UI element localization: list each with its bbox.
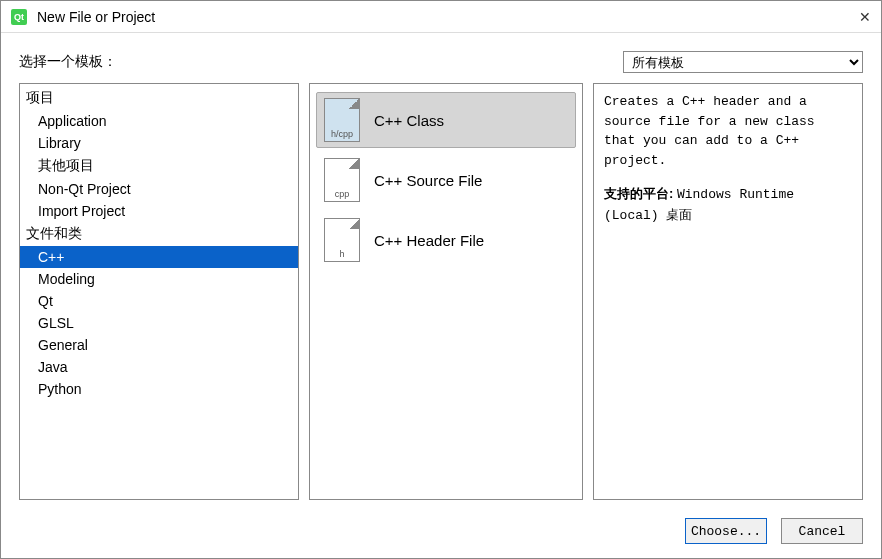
category-item[interactable]: Library [20, 132, 298, 154]
button-row: Choose... Cancel [1, 510, 881, 558]
template-item[interactable]: h/cppC++ Class [316, 92, 576, 148]
category-item[interactable]: Java [20, 356, 298, 378]
titlebar: Qt New File or Project ✕ [1, 1, 881, 33]
header-row: 选择一个模板： 所有模板 [1, 33, 881, 79]
platform-label: 支持的平台: [604, 186, 673, 201]
window-title: New File or Project [37, 9, 851, 25]
panels: 项目ApplicationLibrary其他项目Non-Qt ProjectIm… [1, 79, 881, 510]
category-item[interactable]: 其他项目 [20, 154, 298, 178]
file-icon: h/cpp [324, 98, 360, 142]
choose-button[interactable]: Choose... [685, 518, 767, 544]
category-item[interactable]: GLSL [20, 312, 298, 334]
category-item[interactable]: C++ [20, 246, 298, 268]
category-item[interactable]: Qt [20, 290, 298, 312]
category-header-files: 文件和类 [20, 222, 298, 246]
category-item[interactable]: Modeling [20, 268, 298, 290]
category-item[interactable]: General [20, 334, 298, 356]
file-icon: cpp [324, 158, 360, 202]
category-item[interactable]: Non-Qt Project [20, 178, 298, 200]
category-header-projects: 项目 [20, 86, 298, 110]
template-label: C++ Header File [374, 232, 568, 249]
qt-logo-icon: Qt [11, 9, 27, 25]
template-label: C++ Source File [374, 172, 568, 189]
cancel-button[interactable]: Cancel [781, 518, 863, 544]
close-icon[interactable]: ✕ [851, 9, 871, 25]
category-item[interactable]: Python [20, 378, 298, 400]
template-description: Creates a C++ header and a source file f… [604, 92, 852, 170]
category-panel: 项目ApplicationLibrary其他项目Non-Qt ProjectIm… [19, 83, 299, 500]
file-icon: h [324, 218, 360, 262]
category-item[interactable]: Application [20, 110, 298, 132]
category-item[interactable]: Import Project [20, 200, 298, 222]
template-filter-select[interactable]: 所有模板 [623, 51, 863, 73]
description-panel: Creates a C++ header and a source file f… [593, 83, 863, 500]
template-label: C++ Class [374, 112, 568, 129]
supported-platforms: 支持的平台: Windows Runtime (Local) 桌面 [604, 184, 852, 225]
template-panel: h/cppC++ ClasscppC++ Source FilehC++ Hea… [309, 83, 583, 500]
choose-template-label: 选择一个模板： [19, 53, 623, 71]
template-item[interactable]: cppC++ Source File [316, 152, 576, 208]
template-item[interactable]: hC++ Header File [316, 212, 576, 268]
